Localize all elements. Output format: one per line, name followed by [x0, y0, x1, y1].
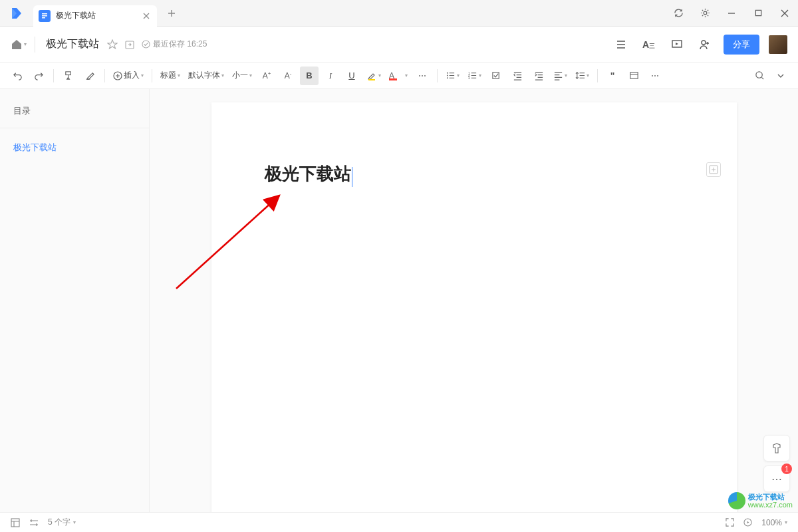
quote-button[interactable]: ": [603, 66, 622, 85]
svg-rect-22: [630, 72, 637, 78]
numbered-list-button[interactable]: 123▾: [465, 66, 484, 85]
notification-badge: 1: [781, 464, 792, 474]
avatar[interactable]: [769, 35, 787, 54]
page-view-button[interactable]: [29, 518, 39, 527]
svg-rect-2: [42, 17, 45, 19]
presentation-button[interactable]: [668, 35, 686, 54]
watermark-logo-icon: [728, 492, 745, 509]
page-container[interactable]: 极光下载站: [150, 89, 798, 512]
document-title[interactable]: 极光下载站: [46, 37, 99, 51]
watermark-name: 极光下载站: [748, 493, 793, 501]
outline-title: 目录: [0, 100, 149, 128]
text-cursor: [352, 167, 352, 187]
italic-button[interactable]: I: [321, 66, 340, 85]
add-collaborator-button[interactable]: [696, 35, 714, 54]
line-spacing-button[interactable]: ▾: [573, 66, 592, 85]
bullet-list-button[interactable]: ▾: [443, 66, 462, 85]
document-page[interactable]: 极光下载站: [211, 102, 737, 512]
new-tab-button[interactable]: [162, 4, 181, 23]
divider: [35, 37, 35, 53]
font-size-dropdown[interactable]: 小一▾: [229, 66, 255, 85]
close-window-button[interactable]: [771, 0, 798, 27]
font-dropdown[interactable]: 默认字体▾: [186, 66, 227, 85]
svg-text:A: A: [642, 39, 649, 50]
save-status: 最近保存 16:25: [142, 39, 207, 50]
indent-button[interactable]: [529, 66, 548, 85]
tab-title: 极光下载站: [56, 10, 136, 21]
main-area: 目录 极光下载站 极光下载站 ⋯ 1: [0, 89, 798, 512]
text-style-button[interactable]: A三: [640, 35, 658, 54]
svg-text:三: 三: [649, 43, 655, 49]
underline-button[interactable]: U: [342, 66, 361, 85]
undo-button[interactable]: [8, 66, 27, 85]
svg-rect-11: [65, 72, 70, 75]
outdent-button[interactable]: [508, 66, 527, 85]
collapse-toolbar-button[interactable]: [771, 66, 790, 85]
chevron-down-icon: ▾: [24, 41, 27, 47]
svg-text:3: 3: [468, 76, 470, 80]
save-status-text: 最近保存 16:25: [153, 39, 207, 50]
minimize-button[interactable]: [718, 0, 745, 27]
highlight-button[interactable]: ▾: [364, 66, 384, 85]
svg-rect-0: [42, 13, 47, 15]
insert-label: 插入: [124, 70, 140, 81]
outline-toggle-button[interactable]: [612, 35, 630, 54]
app-logo[interactable]: [0, 0, 33, 27]
outline-sidebar: 目录 极光下载站: [0, 89, 150, 512]
document-tab[interactable]: 极光下载站: [33, 5, 157, 27]
clear-format-button[interactable]: [80, 66, 99, 85]
float-panel: ⋯ 1: [763, 435, 790, 492]
tab-close-button[interactable]: [141, 11, 152, 21]
svg-rect-26: [11, 519, 19, 527]
svg-point-17: [447, 77, 448, 78]
star-icon[interactable]: [107, 39, 118, 50]
add-block-button[interactable]: [706, 162, 721, 177]
home-button[interactable]: ▾: [11, 39, 27, 51]
zoom-level[interactable]: 100%▾: [761, 518, 787, 527]
format-painter-button[interactable]: [59, 66, 78, 85]
outline-view-button[interactable]: [11, 518, 20, 527]
svg-point-23: [755, 72, 761, 78]
svg-point-16: [447, 75, 448, 76]
header: ▾ 极光下载站 最近保存 16:25 A三 分享: [0, 27, 798, 63]
redo-button[interactable]: [29, 66, 48, 85]
fullscreen-button[interactable]: [726, 518, 734, 527]
search-button[interactable]: [750, 66, 769, 85]
more-actions-button[interactable]: ⋯ 1: [763, 466, 790, 492]
statusbar: 5 个字▾ 100%▾: [0, 512, 798, 532]
svg-rect-21: [492, 72, 498, 78]
font-color-button[interactable]: A▾: [386, 66, 410, 85]
svg-point-3: [704, 11, 707, 15]
toolbar: 插入▾ 标题▾ 默认字体▾ 小一▾ A+ A- B I U ▾ A▾ ⋯ ▾ 1…: [0, 63, 798, 89]
bold-button[interactable]: B: [300, 66, 319, 85]
code-block-button[interactable]: [624, 66, 643, 85]
decrease-font-button[interactable]: A-: [279, 66, 297, 85]
increase-font-button[interactable]: A+: [257, 66, 276, 85]
maximize-button[interactable]: [745, 0, 771, 27]
export-icon[interactable]: [124, 39, 135, 50]
svg-point-10: [702, 41, 706, 45]
heading-dropdown[interactable]: 标题▾: [158, 66, 183, 85]
watermark: 极光下载站 www.xz7.com: [728, 492, 793, 509]
outline-item[interactable]: 极光下载站: [0, 136, 149, 159]
svg-point-15: [447, 72, 448, 74]
svg-rect-14: [389, 78, 397, 80]
settings-icon[interactable]: [692, 0, 718, 27]
theme-button[interactable]: [763, 435, 790, 462]
word-count[interactable]: 5 个字▾: [48, 517, 76, 528]
watermark-url: www.xz7.com: [748, 501, 793, 509]
svg-rect-1: [42, 15, 47, 17]
document-heading[interactable]: 极光下载站: [265, 162, 351, 186]
insert-dropdown[interactable]: 插入▾: [110, 66, 146, 85]
titlebar: 极光下载站: [0, 0, 798, 27]
share-button[interactable]: 分享: [724, 35, 759, 55]
help-button[interactable]: [743, 518, 752, 527]
svg-point-6: [142, 41, 150, 48]
more-text-button[interactable]: ⋯: [413, 66, 432, 85]
sync-icon[interactable]: [665, 0, 692, 27]
align-button[interactable]: ▾: [551, 66, 570, 85]
more-button[interactable]: ⋯: [646, 66, 664, 85]
svg-rect-4: [755, 10, 761, 15]
checklist-button[interactable]: [487, 66, 505, 85]
doc-icon: [39, 10, 51, 22]
